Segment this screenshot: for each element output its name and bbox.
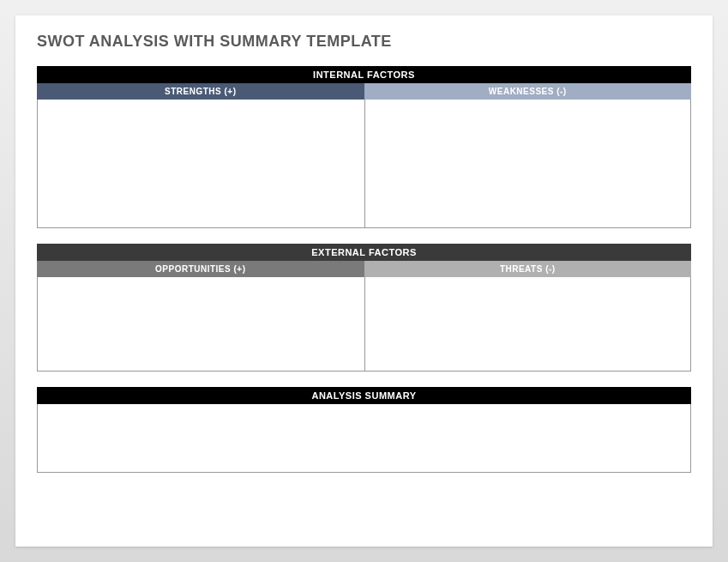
external-factors-section: EXTERNAL FACTORS OPPORTUNITIES (+) THREA… xyxy=(37,244,691,372)
summary-body[interactable] xyxy=(37,404,691,473)
page-title: SWOT ANALYSIS WITH SUMMARY TEMPLATE xyxy=(37,33,691,51)
opportunities-column: OPPORTUNITIES (+) xyxy=(37,261,364,372)
weaknesses-header: WEAKNESSES (-) xyxy=(364,83,692,100)
weaknesses-body[interactable] xyxy=(364,100,692,228)
external-factors-header: EXTERNAL FACTORS xyxy=(37,244,691,261)
strengths-header: STRENGTHS (+) xyxy=(37,83,364,100)
internal-factors-header: INTERNAL FACTORS xyxy=(37,66,691,83)
internal-columns: STRENGTHS (+) WEAKNESSES (-) xyxy=(37,83,691,228)
opportunities-body[interactable] xyxy=(37,277,364,372)
strengths-column: STRENGTHS (+) xyxy=(37,83,364,228)
threats-body[interactable] xyxy=(364,277,692,372)
internal-factors-section: INTERNAL FACTORS STRENGTHS (+) WEAKNESSE… xyxy=(37,66,691,228)
threats-header: THREATS (-) xyxy=(364,261,692,277)
threats-column: THREATS (-) xyxy=(364,261,692,372)
summary-section: ANALYSIS SUMMARY xyxy=(37,387,691,473)
document-page: SWOT ANALYSIS WITH SUMMARY TEMPLATE INTE… xyxy=(15,15,713,547)
summary-header: ANALYSIS SUMMARY xyxy=(37,387,691,404)
opportunities-header: OPPORTUNITIES (+) xyxy=(37,261,364,277)
external-columns: OPPORTUNITIES (+) THREATS (-) xyxy=(37,261,691,372)
weaknesses-column: WEAKNESSES (-) xyxy=(364,83,692,228)
strengths-body[interactable] xyxy=(37,100,364,228)
